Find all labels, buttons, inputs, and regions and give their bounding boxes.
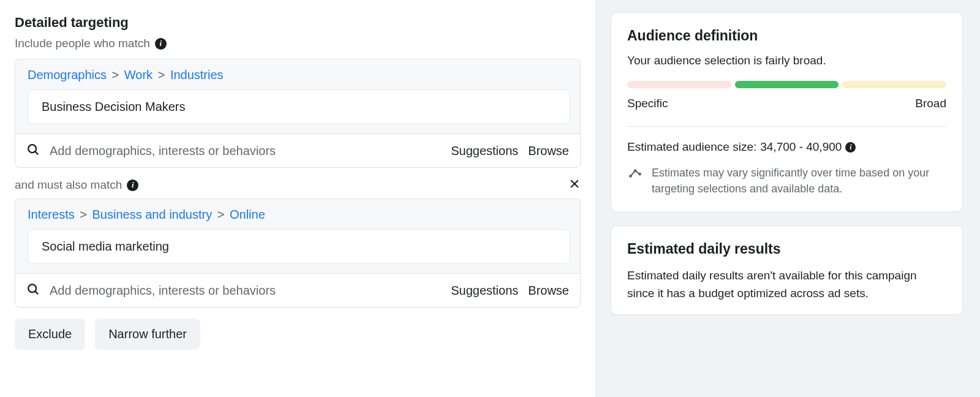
detailed-targeting-panel: Detailed targeting Include people who ma… [0,0,595,397]
gauge-labels: Specific Broad [627,97,946,110]
and-must-match-row: and must also match i [15,178,581,192]
narrow-further-button[interactable]: Narrow further [95,319,200,350]
breadcrumb-1: Demographics > Work > Industries [28,68,570,82]
card-title: Estimated daily results [627,241,946,257]
gauge-specific-seg [627,81,731,88]
search-input-1[interactable] [50,144,441,158]
estimate-note: Estimates may vary significantly over ti… [652,165,946,197]
gauge-label-broad: Broad [915,97,946,110]
estimate-note-row: Estimates may vary significantly over ti… [627,165,946,197]
card-subtitle: Your audience selection is fairly broad. [627,54,946,67]
browse-button[interactable]: Browse [528,284,569,298]
estimated-size-row: Estimated audience size: 34,700 - 40,900… [627,140,946,154]
crumb-interests[interactable]: Interests [28,208,75,221]
card-body: Estimated daily results aren't available… [627,267,946,302]
chart-icon [627,165,643,185]
selected-chip-1[interactable]: Business Decision Makers [28,89,570,124]
include-label-row: Include people who match i [15,37,581,50]
estimated-size-value: 34,700 - 40,900 [760,140,842,154]
and-label: and must also match [15,178,122,192]
info-icon[interactable]: i [155,38,167,50]
browse-button[interactable]: Browse [528,144,569,158]
gauge-label-specific: Specific [627,97,668,110]
audience-gauge [627,81,946,88]
close-icon[interactable] [568,178,581,192]
audience-definition-card: Audience definition Your audience select… [611,12,963,212]
crumb-business-industry[interactable]: Business and industry [92,208,213,221]
svg-point-0 [28,145,36,153]
right-panel: Audience definition Your audience select… [595,0,980,397]
targeting-block-2: Interests > Business and industry > Onli… [15,198,581,274]
targeting-block-1: Demographics > Work > Industries Busines… [15,59,581,134]
divider [627,126,946,127]
search-icon [26,143,40,159]
info-icon[interactable]: i [127,180,138,191]
section-title: Detailed targeting [15,15,581,31]
info-icon[interactable]: i [845,142,856,153]
svg-line-1 [36,152,39,155]
crumb-work[interactable]: Work [124,68,153,81]
card-title: Audience definition [627,28,946,44]
suggestions-button[interactable]: Suggestions [451,284,518,298]
exclude-button[interactable]: Exclude [15,319,85,350]
search-row-1[interactable]: Suggestions Browse [15,134,581,168]
gauge-broad-seg [842,81,946,88]
suggestions-button[interactable]: Suggestions [451,144,518,158]
svg-point-4 [28,284,36,292]
estimated-daily-results-card: Estimated daily results Estimated daily … [611,225,963,315]
search-row-2[interactable]: Suggestions Browse [15,273,581,308]
estimated-size-label: Estimated audience size: [627,140,756,154]
crumb-online[interactable]: Online [230,208,265,221]
crumb-industries[interactable]: Industries [170,68,224,81]
search-icon [26,282,40,298]
gauge-current-seg [735,81,839,88]
include-label: Include people who match [15,37,150,50]
selected-chip-2[interactable]: Social media marketing [28,229,570,264]
search-input-2[interactable] [50,284,441,298]
breadcrumb-2: Interests > Business and industry > Onli… [28,208,570,222]
crumb-demographics[interactable]: Demographics [28,68,107,81]
action-row: Exclude Narrow further [15,319,581,350]
svg-line-5 [36,292,39,295]
